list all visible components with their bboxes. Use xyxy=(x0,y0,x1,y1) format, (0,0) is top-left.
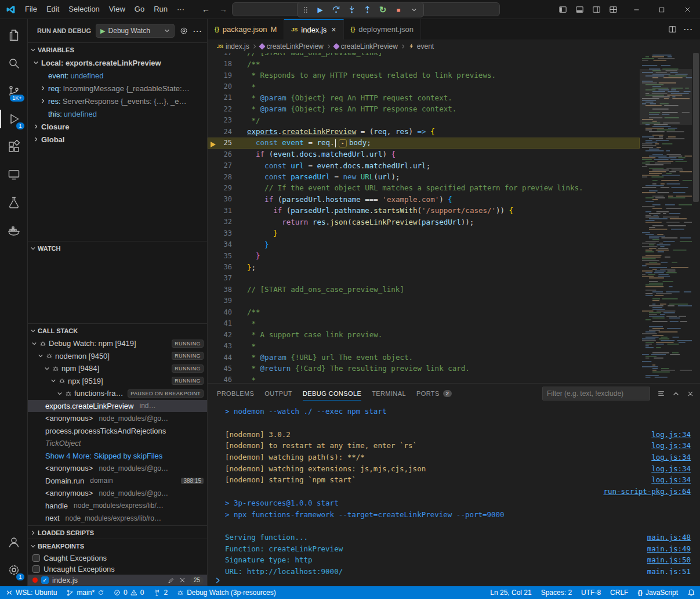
breakpoint-checkbox[interactable]: ✓ xyxy=(41,576,49,584)
editor-more-actions-icon[interactable]: ··· xyxy=(684,25,693,34)
step-into-button[interactable] xyxy=(346,5,357,15)
breadcrumb-item[interactable]: JSindex.js xyxy=(217,42,249,50)
source-link[interactable]: log.js:34 xyxy=(651,464,691,473)
notifications[interactable] xyxy=(683,586,700,599)
call-stack-session-row[interactable]: npx [9519]RUNNING xyxy=(28,375,207,388)
code-line[interactable]: 35 } xyxy=(208,250,640,261)
code-line[interactable]: 46 * xyxy=(208,374,640,383)
breadcrumb-item[interactable]: event xyxy=(408,42,434,50)
variable-row[interactable]: req: IncomingMessage {_readableState:… xyxy=(28,82,207,95)
line-number-gutter[interactable]: 21 xyxy=(208,93,247,102)
tab-deployment.json[interactable]: {}deployment.json xyxy=(344,19,421,39)
variable-row[interactable]: event: undefined xyxy=(28,69,207,82)
editor-scrollbar[interactable] xyxy=(692,53,700,383)
code-line[interactable]: 27 const url = event.docs.matchedUrl.url… xyxy=(208,160,640,171)
tab-package.json[interactable]: {}package.jsonM xyxy=(208,19,284,39)
remote-indicator[interactable]: WSL: Ubuntu xyxy=(0,586,61,599)
step-over-button[interactable] xyxy=(331,5,341,15)
activity-remote-explorer[interactable] xyxy=(0,161,28,189)
activity-explorer[interactable] xyxy=(0,21,28,49)
menu-view[interactable]: View xyxy=(104,3,130,16)
menu-selection[interactable]: Selection xyxy=(64,3,104,16)
code-line[interactable]: 37 xyxy=(208,273,640,284)
code-line[interactable]: 17// [START add_ons_preview_link] xyxy=(208,53,640,58)
maximize-button[interactable] xyxy=(649,0,674,19)
git-branch[interactable]: main* xyxy=(61,586,109,599)
scrollbar-thumb[interactable] xyxy=(693,53,699,202)
breakpoint-row[interactable]: Uncaught Exceptions xyxy=(28,564,207,575)
cursor-position[interactable]: Ln 25, Col 21 xyxy=(485,586,536,599)
line-number-gutter[interactable]: 43 xyxy=(208,342,247,350)
line-number-gutter[interactable]: 24 xyxy=(208,128,247,136)
line-number-gutter[interactable]: 23 xyxy=(208,116,247,124)
close-panel-icon[interactable] xyxy=(687,390,694,398)
toggle-secondary-sidebar-icon[interactable] xyxy=(592,5,601,14)
breakpoint-row[interactable]: Caught Exceptions xyxy=(28,553,207,564)
menu-file[interactable]: File xyxy=(20,3,42,16)
call-stack-frame-row[interactable]: <anonymous>node_modules/@go… xyxy=(28,462,207,475)
activity-source-control[interactable]: 1K+ xyxy=(0,77,28,105)
line-number-gutter[interactable]: 28 xyxy=(208,173,247,181)
eol[interactable]: CRLF xyxy=(605,586,633,599)
line-number-gutter[interactable]: 45 xyxy=(208,365,247,373)
minimize-button[interactable] xyxy=(623,0,649,19)
line-number-gutter[interactable]: 46 xyxy=(208,376,247,383)
code-line[interactable]: 42 * A support case link preview. xyxy=(208,329,640,340)
code-line[interactable]: 44 * @param {!URL} url The event object. xyxy=(208,352,640,363)
code-line[interactable]: 34 } xyxy=(208,239,640,250)
panel-tab-debug-console[interactable]: DEBUG CONSOLE xyxy=(303,384,361,403)
forward-arrow-icon[interactable]: → xyxy=(219,5,227,14)
line-number-gutter[interactable]: 42 xyxy=(208,331,247,339)
code-line[interactable]: 38// [START add_ons_case_preview_link] xyxy=(208,284,640,295)
call-stack-frame-row[interactable]: TickObject xyxy=(28,437,207,450)
line-number-gutter[interactable]: 22 xyxy=(208,105,247,113)
session-picker-button[interactable] xyxy=(409,5,419,15)
language[interactable]: {}JavaScript xyxy=(633,586,683,599)
line-number-gutter[interactable]: 25 xyxy=(208,139,247,147)
code-line[interactable]: 43 * xyxy=(208,340,640,351)
forwarded-ports[interactable]: 2 xyxy=(148,586,172,599)
activity-extensions[interactable] xyxy=(0,133,28,161)
variables-scope-row[interactable]: Global xyxy=(28,133,207,146)
menu-overflow-icon[interactable]: ··· xyxy=(172,3,189,16)
line-number-gutter[interactable]: 34 xyxy=(208,240,247,248)
line-number-gutter[interactable]: 37 xyxy=(208,274,247,282)
variables-header[interactable]: VARIABLES xyxy=(28,43,207,56)
toggle-sidebar-icon[interactable] xyxy=(558,5,567,14)
stop-button[interactable]: ■ xyxy=(393,5,404,15)
code-line[interactable]: 20 * xyxy=(208,81,640,92)
line-number-gutter[interactable]: 18 xyxy=(208,60,247,68)
show-more-link[interactable]: Show 4 More: Skipped by skipFiles xyxy=(45,452,162,460)
problems[interactable]: 00 xyxy=(109,586,148,599)
customize-layout-icon[interactable] xyxy=(609,5,618,14)
close-window-button[interactable] xyxy=(674,0,700,19)
source-link[interactable]: log.js:34 xyxy=(651,430,691,439)
line-number-gutter[interactable]: 40 xyxy=(208,308,247,316)
line-number-gutter[interactable]: 30 xyxy=(208,195,247,203)
continue-button[interactable]: ▶ xyxy=(315,5,325,15)
breadcrumb-item[interactable]: createLinkPreview xyxy=(260,42,324,50)
call-stack-frame-row[interactable]: handlenode_modules/express/lib/… xyxy=(28,500,207,513)
breadcrumb-item[interactable]: createLinkPreview xyxy=(334,42,398,50)
code-line[interactable]: 24exports.createLinkPreview = (req, res)… xyxy=(208,126,640,137)
indentation[interactable]: Spaces: 2 xyxy=(536,586,576,599)
code-line[interactable]: 19 * Responds to any HTTP request relate… xyxy=(208,70,640,81)
line-number-gutter[interactable]: 33 xyxy=(208,229,247,237)
code-line[interactable]: 41 * xyxy=(208,318,640,329)
close-tab-icon[interactable]: × xyxy=(331,25,336,34)
call-stack-frame-row[interactable]: exports.createLinkPreviewind… xyxy=(28,400,207,413)
source-link[interactable]: main.js:51 xyxy=(647,567,691,575)
call-stack-header[interactable]: CALL STACK xyxy=(28,324,207,337)
start-debugging-icon[interactable]: ▶ xyxy=(100,27,105,35)
toggle-panel-icon[interactable] xyxy=(575,5,584,14)
activity-testing[interactable] xyxy=(0,189,28,216)
code-line[interactable]: 23 */ xyxy=(208,115,640,126)
code-line[interactable]: 31 if (parsedUrl.pathname.startsWith('/s… xyxy=(208,205,640,216)
call-stack-session-row[interactable]: nodemon [9450]RUNNING xyxy=(28,350,207,363)
source-link[interactable]: log.js:34 xyxy=(651,453,691,461)
clear-console-icon[interactable] xyxy=(657,389,665,398)
activity-docker[interactable] xyxy=(0,216,28,244)
code-line[interactable]: 33 } xyxy=(208,228,640,239)
panel-tab-output[interactable]: OUTPUT xyxy=(264,384,292,403)
menu-run[interactable]: Run xyxy=(149,3,172,16)
